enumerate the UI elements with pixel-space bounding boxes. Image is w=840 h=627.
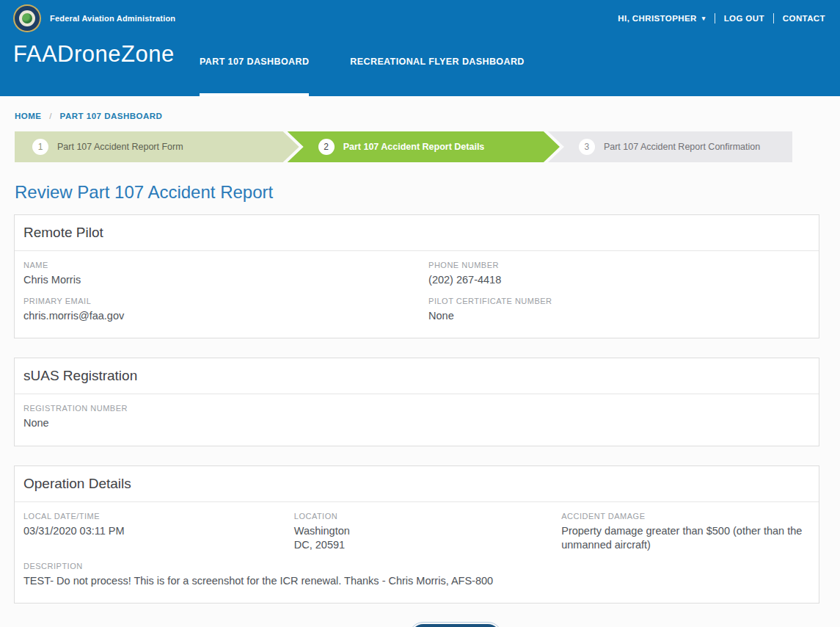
suas-registration-body: REGISTRATION NUMBER None	[15, 394, 819, 446]
user-menu[interactable]: HI, CHRISTOPHER ▾	[618, 14, 705, 23]
location-value: Washington DC, 20591	[294, 524, 561, 553]
step-2-number: 2	[318, 139, 335, 155]
step-2-label: Part 107 Accident Report Details	[343, 142, 485, 152]
damage-label: ACCIDENT DAMAGE	[561, 512, 810, 521]
suas-registration-card: sUAS Registration REGISTRATION NUMBER No…	[14, 358, 819, 446]
description-field: DESCRIPTION TEST- Do not process! This i…	[23, 562, 810, 589]
step-3-number: 3	[579, 139, 595, 155]
description-value: TEST- Do not process! This is for a scre…	[23, 574, 810, 589]
step-1-form: 1 Part 107 Accident Report Form	[15, 131, 299, 162]
divider	[715, 13, 715, 23]
user-greeting: HI, CHRISTOPHER	[618, 14, 696, 23]
chevron-down-icon: ▾	[702, 15, 706, 22]
email-value: chris.morris@faa.gov	[23, 309, 428, 324]
datetime-label: LOCAL DATE/TIME	[23, 512, 294, 521]
certificate-value: None	[428, 309, 810, 324]
progress-stepper: 1 Part 107 Accident Report Form 2 Part 1…	[15, 131, 816, 162]
suas-registration-heading: sUAS Registration	[15, 358, 819, 394]
certificate-label: PILOT CERTIFICATE NUMBER	[428, 297, 810, 305]
step-1-label: Part 107 Accident Report Form	[57, 142, 183, 152]
remote-pilot-body: NAME Chris Morris PHONE NUMBER (202) 267…	[15, 251, 819, 338]
contact-link[interactable]: CONTACT	[783, 14, 825, 23]
site-header: Federal Aviation Administration HI, CHRI…	[0, 0, 840, 96]
utility-links: HI, CHRISTOPHER ▾ LOG OUT CONTACT	[618, 13, 825, 23]
logout-link[interactable]: LOG OUT	[724, 14, 764, 23]
breadcrumb: HOME / PART 107 DASHBOARD	[15, 112, 840, 120]
remote-pilot-heading: Remote Pilot	[15, 215, 819, 251]
divider	[773, 13, 774, 23]
tab-recreational-dashboard[interactable]: RECREATIONAL FLYER DASHBOARD	[350, 57, 524, 96]
agency-name: Federal Aviation Administration	[50, 14, 175, 23]
primary-nav: PART 107 DASHBOARD RECREATIONAL FLYER DA…	[200, 57, 525, 96]
email-field: PRIMARY EMAIL chris.morris@faa.gov	[23, 297, 428, 324]
damage-value: Property damage greater than $500 (other…	[561, 524, 810, 553]
name-label: NAME	[23, 261, 428, 269]
name-value: Chris Morris	[23, 273, 428, 288]
datetime-field: LOCAL DATE/TIME 03/31/2020 03:11 PM	[23, 512, 294, 553]
breadcrumb-home[interactable]: HOME	[15, 112, 42, 120]
utility-bar: Federal Aviation Administration HI, CHRI…	[0, 0, 840, 34]
location-label: LOCATION	[294, 512, 561, 521]
page-title: Review Part 107 Accident Report	[15, 182, 840, 203]
remote-pilot-card: Remote Pilot NAME Chris Morris PHONE NUM…	[14, 214, 819, 338]
registration-field: REGISTRATION NUMBER None	[23, 404, 810, 431]
registration-value: None	[23, 416, 810, 431]
operation-details-card: Operation Details LOCAL DATE/TIME 03/31/…	[14, 465, 819, 604]
damage-field: ACCIDENT DAMAGE Property damage greater …	[561, 512, 810, 553]
submit-button[interactable]: Submit	[411, 624, 500, 627]
name-field: NAME Chris Morris	[23, 261, 428, 288]
registration-label: REGISTRATION NUMBER	[23, 404, 810, 413]
operation-details-body: LOCAL DATE/TIME 03/31/2020 03:11 PM LOCA…	[15, 502, 819, 604]
step-2-details: 2 Part 107 Accident Report Details	[288, 131, 560, 162]
form-actions: Back Submit	[0, 624, 840, 627]
certificate-field: PILOT CERTIFICATE NUMBER None	[428, 297, 810, 324]
brand-logo[interactable]: FAADroneZone	[13, 41, 175, 68]
description-label: DESCRIPTION	[23, 562, 810, 570]
breadcrumb-current[interactable]: PART 107 DASHBOARD	[60, 112, 163, 120]
step-3-confirmation: 3 Part 107 Accident Report Confirmation	[548, 131, 792, 162]
breadcrumb-separator: /	[49, 112, 52, 120]
step-3-label: Part 107 Accident Report Confirmation	[604, 142, 760, 152]
phone-label: PHONE NUMBER	[428, 261, 810, 269]
faa-seal-icon	[13, 4, 41, 32]
operation-details-heading: Operation Details	[15, 466, 819, 502]
phone-value: (202) 267-4418	[428, 273, 810, 288]
location-field: LOCATION Washington DC, 20591	[294, 512, 561, 553]
email-label: PRIMARY EMAIL	[23, 297, 428, 305]
step-1-number: 1	[32, 139, 48, 155]
datetime-value: 03/31/2020 03:11 PM	[23, 524, 294, 539]
phone-field: PHONE NUMBER (202) 267-4418	[428, 261, 810, 288]
tab-part107-dashboard[interactable]: PART 107 DASHBOARD	[200, 57, 309, 96]
